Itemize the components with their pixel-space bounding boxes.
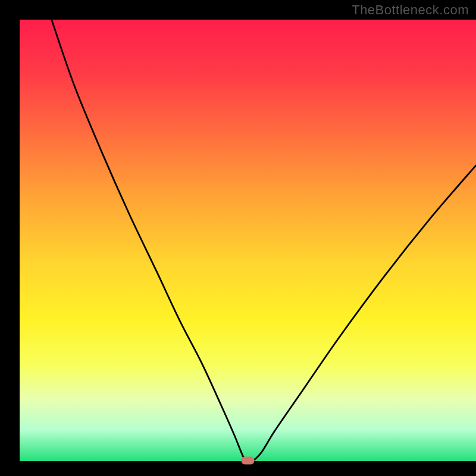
optimum-marker xyxy=(242,457,255,465)
bottleneck-chart xyxy=(0,0,476,476)
chart-frame: TheBottleneck.com xyxy=(0,0,476,476)
plot-background xyxy=(20,20,476,461)
watermark-text: TheBottleneck.com xyxy=(352,2,469,18)
